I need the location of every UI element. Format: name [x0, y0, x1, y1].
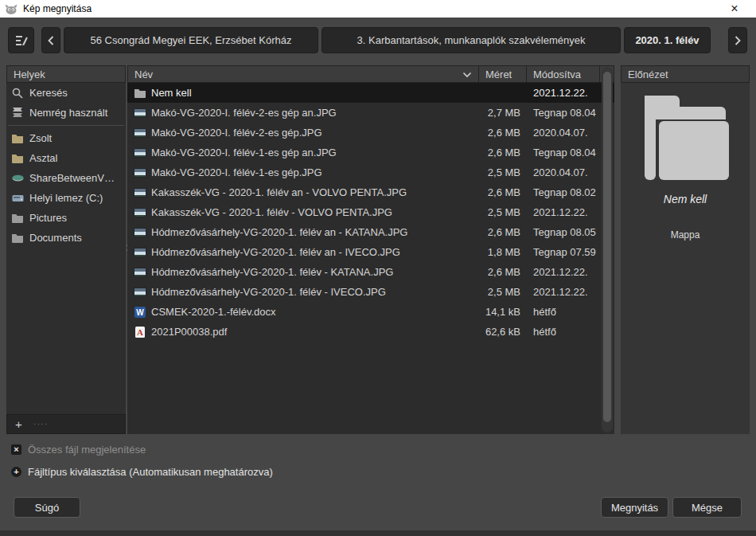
- file-row[interactable]: Hódmezővásárhely-VG-2020-1. félév an - K…: [127, 222, 614, 242]
- file-name: Hódmezővásárhely-VG-2020-1. félév - IVEC…: [151, 286, 386, 298]
- file-list-columns: Név Méret Módosítva: [127, 65, 614, 83]
- folder-desktop-icon: [11, 152, 24, 165]
- file-type-label[interactable]: Fájltípus kiválasztása (Automatikusan me…: [28, 466, 273, 478]
- file-size: 2,5 MB: [479, 286, 527, 298]
- file-name: 2021P00038.pdf: [151, 326, 227, 338]
- file-modified: 2021.12.22.: [527, 206, 600, 218]
- file-row[interactable]: Makó-VG-2020-I. félév-2-es gép.JPG2,6 MB…: [127, 123, 614, 143]
- file-size: 2,5 MB: [479, 206, 527, 218]
- sidebar-item-label: ShareBetweenV…: [29, 172, 115, 184]
- file-row[interactable]: Hódmezővásárhely-VG-2020-1. félév - IVEC…: [127, 282, 614, 302]
- breadcrumb-back-button[interactable]: [41, 27, 60, 53]
- file-size: 2,5 MB: [479, 166, 527, 178]
- preview-body: Nem kell Mappa: [621, 83, 750, 241]
- file-size: 2,6 MB: [479, 147, 527, 158]
- cancel-button[interactable]: Mégse: [672, 497, 742, 518]
- file-row[interactable]: Hódmezővásárhely-VG-2020-1. félév an - I…: [127, 242, 614, 262]
- preview-file-name: Nem kell: [664, 193, 707, 205]
- file-modified: hétfő: [527, 326, 600, 338]
- breadcrumb-item-current[interactable]: 2020. 1. félév: [624, 27, 711, 53]
- file-name: Nem kell: [151, 87, 192, 99]
- file-size: 1,8 MB: [479, 246, 527, 258]
- type-filename-button[interactable]: [8, 27, 34, 53]
- sidebar-item-label: Pictures: [29, 212, 67, 224]
- file-name: Hódmezővásárhely-VG-2020-1. félév an - K…: [151, 226, 407, 238]
- file-row[interactable]: Makó-VG-2020-I. félév-1-es gép an.JPG2,6…: [127, 143, 614, 162]
- file-size: 2,6 MB: [479, 127, 527, 139]
- show-all-files-label[interactable]: Összes fájl megjelenítése: [28, 444, 146, 456]
- folder-icon: [134, 87, 146, 100]
- places-separator: [8, 125, 124, 126]
- sidebar-item-label: Documents: [29, 232, 82, 244]
- image-icon: [134, 226, 146, 239]
- sidebar-item-sharebetweenv[interactable]: ShareBetweenV…: [6, 168, 126, 188]
- file-name: Makó-VG-2020-I. félév-1-es gép.JPG: [151, 166, 322, 178]
- file-name: Makó-VG-2020-I. félév-1-es gép an.JPG: [151, 147, 337, 158]
- file-name: Makó-VG-2020-I. félév-2-es gép.JPG: [151, 127, 322, 139]
- folder-gray-icon: [11, 232, 24, 245]
- places-header: Helyek: [6, 65, 126, 83]
- sidebar-item-label: Helyi lemez (C:): [29, 192, 103, 204]
- sidebar-item-documents[interactable]: Documents: [6, 228, 126, 248]
- image-icon: [134, 266, 146, 279]
- file-modified: 2020.04.07.: [527, 127, 600, 139]
- sidebar-item-pictures[interactable]: Pictures: [6, 208, 126, 228]
- scrollbar-thumb[interactable]: [603, 72, 611, 422]
- file-modified: 2021.12.22.: [527, 266, 600, 278]
- file-row[interactable]: Kakasszék-VG - 2020-1. félév - VOLVO PEN…: [127, 202, 614, 222]
- breadcrumb-item-0[interactable]: 56 Csongrád Megyei EEK, Erzsébet Kórház: [64, 27, 318, 53]
- open-button[interactable]: Megnyitás: [601, 497, 668, 518]
- image-icon: [134, 206, 146, 219]
- image-icon: [134, 166, 146, 179]
- breadcrumb-item-1[interactable]: 3. Karbantartások, munkanaplók szakvélem…: [321, 27, 621, 53]
- recent-icon: [11, 107, 24, 119]
- file-row[interactable]: Kakasszék-VG - 2020-1. félév an - VOLVO …: [127, 182, 614, 202]
- file-modified: Tegnap 08.04: [527, 147, 600, 158]
- image-icon: [134, 107, 146, 119]
- remove-bookmark-button[interactable]: ····: [33, 420, 49, 428]
- file-size: 14,1 kB: [479, 306, 527, 318]
- sidebar-item-asztal[interactable]: Asztal: [6, 148, 126, 168]
- breadcrumb-forward-button[interactable]: [728, 27, 747, 53]
- file-row[interactable]: A2021P00038.pdf62,6 kBhétfő: [127, 322, 614, 342]
- folder-large-icon: [638, 91, 732, 183]
- file-modified: Tegnap 07.59: [527, 246, 600, 258]
- file-row[interactable]: Makó-VG-2020-I. félév-1-es gép.JPG2,5 MB…: [127, 162, 614, 182]
- vertical-scrollbar[interactable]: [602, 67, 613, 432]
- window-title: Kép megnyitása: [23, 3, 92, 14]
- file-name: Kakasszék-VG - 2020-1. félév - VOLVO PEN…: [151, 206, 392, 218]
- column-header-name[interactable]: Név: [127, 65, 479, 83]
- sidebar-item-helyi-lemez-c[interactable]: Helyi lemez (C:): [6, 188, 126, 208]
- sidebar-item-nemr-g-haszn-lt[interactable]: Nemrég használt: [6, 103, 126, 123]
- sidebar-item-label: Asztal: [29, 152, 57, 164]
- image-icon: [134, 127, 146, 139]
- sidebar-item-zsolt[interactable]: Zsolt: [6, 128, 126, 148]
- column-header-modified[interactable]: Módosítva: [527, 65, 600, 83]
- checkbox-checked-icon[interactable]: ×: [11, 444, 21, 455]
- help-button[interactable]: Súgó: [14, 497, 80, 518]
- column-header-size[interactable]: Méret: [479, 65, 527, 83]
- edit-filename-icon: [14, 33, 29, 48]
- file-modified: Tegnap 08.02: [527, 186, 600, 198]
- word-icon: W: [134, 306, 146, 319]
- close-icon[interactable]: ×: [723, 0, 746, 18]
- file-row[interactable]: Nem kell2021.12.22.: [127, 83, 614, 103]
- file-name: Hódmezővásárhely-VG-2020-1. félév an - I…: [151, 246, 400, 258]
- file-name: Kakasszék-VG - 2020-1. félév an - VOLVO …: [151, 186, 407, 198]
- sidebar-item-keres-s[interactable]: Keresés: [6, 83, 126, 103]
- places-panel: Helyek KeresésNemrég használtZsoltAsztal…: [6, 65, 126, 414]
- file-size: 2,6 MB: [479, 186, 527, 198]
- file-modified: 2021.12.22.: [527, 87, 600, 99]
- file-row[interactable]: Makó-VG-2020-I. félév-2-es gép an.JPG2,7…: [127, 103, 614, 123]
- sort-chevron-down-icon: [462, 68, 472, 80]
- titlebar: Kép megnyitása ×: [0, 0, 756, 18]
- sidebar-item-label: Nemrég használt: [29, 107, 107, 119]
- file-rows: Nem kell2021.12.22.Makó-VG-2020-I. félév…: [127, 83, 614, 342]
- image-icon: [134, 147, 146, 159]
- file-row[interactable]: Hódmezővásárhely-VG-2020-1. félév - KATA…: [127, 262, 614, 282]
- folder-home-icon: [11, 132, 24, 145]
- add-bookmark-button[interactable]: +: [15, 418, 22, 430]
- expander-plus-icon[interactable]: +: [11, 467, 21, 477]
- image-icon: [134, 286, 146, 299]
- file-row[interactable]: WCSMEK-2020-1.-félév.docx14,1 kBhétfő: [127, 302, 614, 322]
